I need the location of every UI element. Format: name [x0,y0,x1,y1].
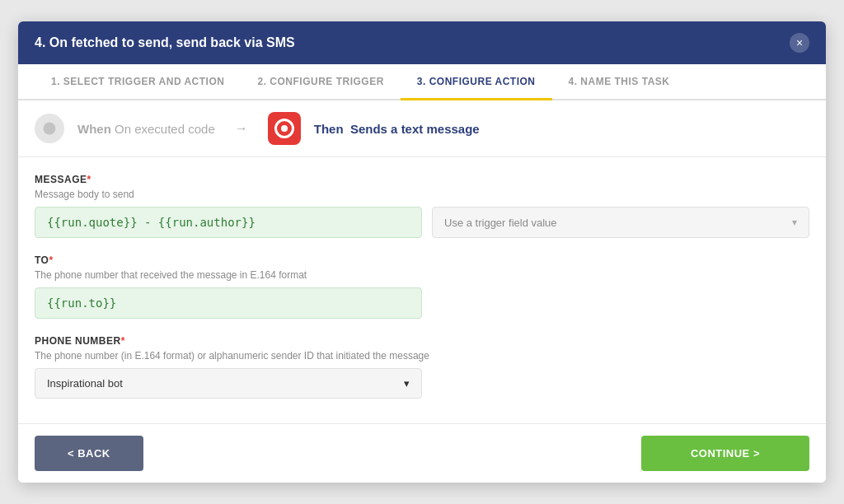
svg-point-0 [44,123,56,135]
chevron-down-icon: ▾ [792,217,797,228]
action-text: Then Sends a text message [314,122,480,136]
message-input[interactable] [35,207,422,238]
action-icon [268,112,301,145]
message-label: MESSAGE* [35,174,809,185]
phone-number-label: PHONE NUMBER* [35,335,809,347]
continue-button[interactable]: CONTINUE > [641,436,809,471]
to-hint: The phone number that received the messa… [35,269,809,281]
phone-number-select[interactable]: Inspirational bot ▾ [35,368,422,399]
phone-number-group: PHONE NUMBER* The phone number (in E.164… [35,335,809,399]
arrow-icon: → [235,121,248,136]
form-body: MESSAGE* Message body to send Use a trig… [18,157,826,423]
tab-name-task[interactable]: 4. NAME THIS TASK [552,64,687,99]
modal: 4. On fetched to send, send back via SMS… [18,21,826,483]
trigger-action-bar: When On executed code → Then Sends a tex… [18,100,826,157]
chevron-down-icon: ▾ [404,377,410,390]
message-trigger-select[interactable]: Use a trigger field value ▾ [432,207,809,238]
tab-configure-action[interactable]: 3. CONFIGURE ACTION [401,64,552,99]
trigger-icon [35,114,64,143]
modal-title: 4. On fetched to send, send back via SMS [35,35,295,50]
tab-select-trigger[interactable]: 1. SELECT TRIGGER AND ACTION [35,64,241,99]
action-icon-ring [274,119,294,138]
message-input-row: Use a trigger field value ▾ [35,207,809,238]
message-hint: Message body to send [35,189,809,200]
trigger-text: When On executed code [77,122,215,136]
message-group: MESSAGE* Message body to send Use a trig… [35,174,809,238]
action-icon-center [281,125,288,132]
phone-number-hint: The phone number (in E.164 format) or al… [35,350,809,362]
modal-header: 4. On fetched to send, send back via SMS… [18,21,826,64]
footer: < BACK CONTINUE > [18,423,826,483]
tab-configure-trigger[interactable]: 2. CONFIGURE TRIGGER [241,64,400,99]
to-group: TO* The phone number that received the m… [35,254,809,319]
tab-bar: 1. SELECT TRIGGER AND ACTION 2. CONFIGUR… [18,64,826,100]
back-button[interactable]: < BACK [35,436,143,471]
to-label: TO* [35,254,809,266]
close-button[interactable]: × [790,33,809,53]
to-input[interactable] [35,287,422,319]
